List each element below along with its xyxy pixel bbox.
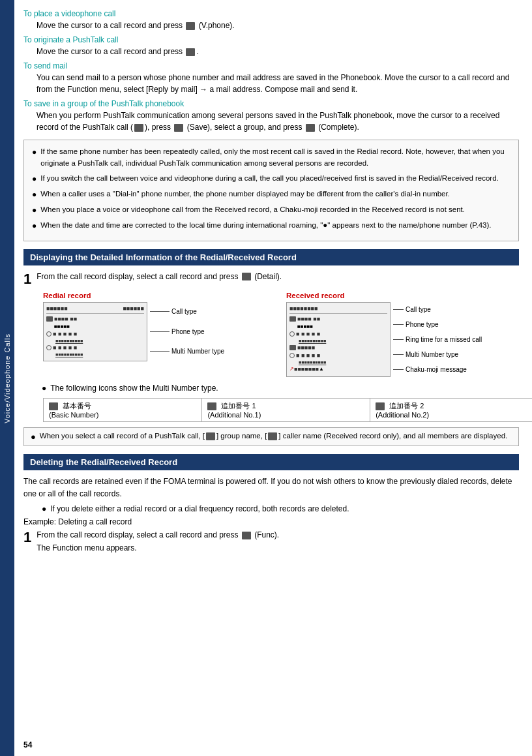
section1-bar: Displaying the Detailed Information of t… [23, 249, 519, 265]
note-bullet-3: ● [32, 189, 37, 201]
recv-dot1 [289, 331, 295, 337]
note-5: ● When the date and time are corrected t… [32, 219, 510, 232]
ann-chakumoji-recv: Chaku-moji message [393, 366, 519, 373]
redial-header: ■■■■■■ ■■■■■■ [46, 305, 144, 314]
text-send-mail: You can send mail to a person whose phon… [37, 72, 519, 95]
received-header: ■■■■■■■■ [289, 305, 387, 314]
redial-dot1 [46, 331, 52, 337]
detail-icon [242, 273, 251, 280]
redial-diagram: ■■■■■■ ■■■■■■ ■■■■ ■■ ■■■■■ [43, 302, 276, 361]
note-2: ● If you switch the call between voice a… [32, 172, 510, 185]
side-tab-label: Voice/Videophone Calls [3, 333, 11, 423]
pushtalk-icon [186, 48, 195, 56]
notes-box: ● If the same phone number has been repe… [23, 140, 519, 241]
ann-multinumber-recv: Multi Number type [393, 351, 519, 358]
note-bullet-1: ● [32, 146, 37, 159]
recv-dot2 [289, 353, 295, 358]
pushtalk-note-box: ● When you select a call record of a Pus… [23, 427, 519, 446]
main-content: To place a videophone call Move the curs… [14, 0, 532, 756]
ann-multinumber-redial: Multi Number type [150, 348, 276, 355]
ann-ringtime-recv: Ring time for a missed call [393, 336, 519, 343]
received-annotations: Call type Phone type Ring time for a mis… [391, 302, 519, 377]
note-3: ● When a caller uses a "Dial-in" phone n… [32, 188, 510, 201]
section2-bullet: ● If you delete either a redial record o… [42, 503, 519, 515]
multi-icons-note: ● The following icons show the Multi Num… [42, 382, 519, 394]
section2-step1-number: 1 [23, 530, 31, 545]
ann-phonetype-redial: Phone type [150, 328, 276, 335]
note-4: ● When you place a voice or videophone c… [32, 204, 510, 217]
complete-icon [306, 124, 315, 132]
ann-calltype-redial: Call type [150, 308, 276, 315]
note-bullet-2: ● [32, 173, 37, 185]
add1-icon [207, 402, 216, 410]
pt-icon [134, 124, 143, 132]
multi-number-table: 基本番号(Basic Number) 追加番号 1(Additional No.… [43, 398, 532, 422]
redial-dot2 [46, 345, 52, 350]
page-container: Voice/Videophone Calls To place a videop… [0, 0, 532, 756]
recv-calltype-icon [289, 316, 296, 322]
note-bullet-5: ● [32, 220, 37, 232]
ann-phonetype-recv: Phone type [393, 321, 519, 328]
section2-title: Deleting the Redial/Received Record [30, 457, 177, 467]
redial-box: ■■■■■■ ■■■■■■ ■■■■ ■■ ■■■■■ [43, 302, 147, 361]
step1-text: From the call record display, select a c… [37, 271, 519, 282]
ann-calltype-label: Call type [171, 308, 197, 315]
received-display: Received record ■■■■■■■■ ■■■■ ■■ ■■■■■ [286, 292, 519, 377]
ann-calltype-recv: Call type [393, 306, 519, 313]
received-diagram: ■■■■■■■■ ■■■■ ■■ ■■■■■ ■ ■ ■ ■ ■ [286, 302, 519, 377]
section2-bar: Deleting the Redial/Received Record [23, 454, 519, 470]
redial-label: Redial record [43, 292, 276, 299]
text-save-group: When you perform PushTalk communication … [37, 110, 519, 133]
received-box: ■■■■■■■■ ■■■■ ■■ ■■■■■ ■ ■ ■ ■ ■ [286, 302, 391, 377]
section2-step1-text: From the call record display, select a c… [37, 529, 519, 554]
section2-intro: The call records are retained even if th… [23, 476, 519, 500]
pushtalk-note-text: When you select a call record of a PushT… [40, 432, 507, 440]
basic-icon [49, 402, 58, 410]
pushtalk-note-bullet: ● [31, 432, 36, 442]
section2-step1-sub: The Function menu appears. [37, 542, 519, 554]
ann-multinumber-label: Multi Number type [171, 348, 224, 355]
section2-step1-block: 1 From the call record display, select a… [23, 529, 519, 554]
multi-cell-add1: 追加番号 1(Additional No.1) [202, 398, 370, 421]
redial-row-calltype: ■■■■ ■■ [46, 316, 144, 322]
section1-title: Displaying the Detailed Information of t… [30, 252, 297, 262]
func-icon [242, 532, 251, 539]
save-icon [174, 124, 183, 132]
side-tab: Voice/Videophone Calls [0, 0, 14, 756]
heading-send-mail: To send mail [23, 61, 519, 70]
page-number: 54 [23, 740, 32, 749]
vphone-icon [186, 22, 195, 30]
caller-icon [268, 432, 277, 440]
multi-cell-add2: 追加番号 2(Additional No.2) [370, 398, 532, 421]
heading-originate-pushtalk: To originate a PushTalk call [23, 35, 519, 44]
ann-phonetype-label: Phone type [171, 328, 205, 335]
note-bullet-4: ● [32, 204, 37, 217]
record-displays: Redial record ■■■■■■ ■■■■■■ ■■■■ ■■ [43, 292, 519, 377]
recv-icon2 [289, 345, 296, 350]
example-label: Example: Deleting a call record [23, 517, 519, 526]
heading-save-group: To save in a group of the PushTalk phone… [23, 99, 519, 108]
add2-icon [376, 402, 385, 410]
text-originate-pushtalk: Move the cursor to a call record and pre… [37, 46, 519, 57]
redial-display: Redial record ■■■■■■ ■■■■■■ ■■■■ ■■ [43, 292, 276, 377]
note-1: ● If the same phone number has been repe… [32, 145, 510, 170]
multi-cell-basic: 基本番号(Basic Number) [44, 398, 202, 421]
received-label: Received record [286, 292, 519, 299]
step1-number: 1 [23, 272, 31, 286]
redial-annotations: Call type Phone type Multi Number type [147, 302, 276, 361]
heading-place-videophone: To place a videophone call [23, 9, 519, 18]
group-icon [206, 432, 215, 440]
call-type-indicator [46, 316, 53, 322]
text-place-videophone: Move the cursor to a call record and pre… [37, 20, 519, 31]
step1-block: 1 From the call record display, select a… [23, 271, 519, 286]
multi-table-row-1: 基本番号(Basic Number) 追加番号 1(Additional No.… [44, 398, 533, 421]
